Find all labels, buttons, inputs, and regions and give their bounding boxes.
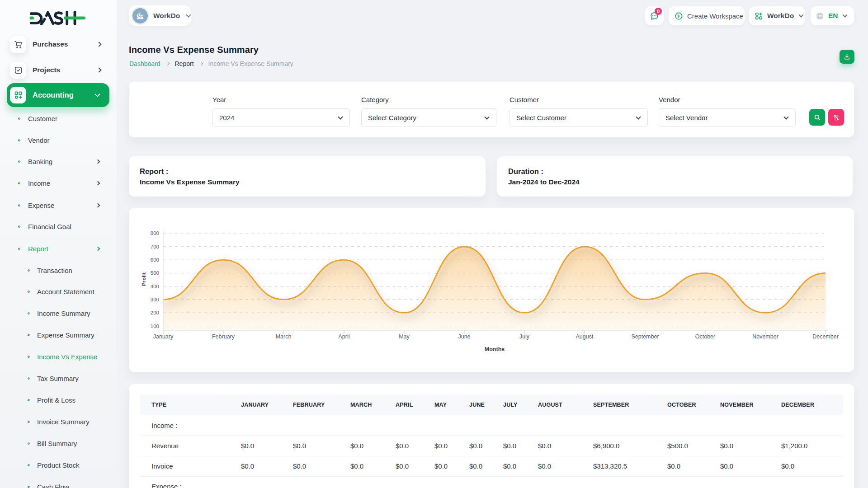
svg-text:August: August: [576, 333, 594, 340]
svg-text:800: 800: [151, 230, 159, 236]
svg-text:November: November: [752, 333, 778, 340]
svg-text:December: December: [812, 333, 839, 340]
svg-text:January: January: [153, 333, 174, 340]
svg-text:Profit: Profit: [141, 272, 146, 286]
svg-text:500: 500: [151, 270, 159, 276]
svg-text:200: 200: [151, 310, 159, 315]
svg-text:May: May: [399, 333, 410, 340]
svg-text:February: February: [212, 333, 235, 340]
svg-text:October: October: [695, 333, 715, 340]
svg-text:June: June: [458, 333, 470, 340]
svg-text:April: April: [338, 333, 349, 340]
svg-text:700: 700: [151, 244, 159, 249]
svg-text:300: 300: [151, 297, 159, 302]
svg-text:400: 400: [151, 284, 159, 289]
svg-text:July: July: [519, 333, 530, 340]
svg-text:100: 100: [151, 324, 159, 329]
svg-text:March: March: [276, 333, 292, 340]
svg-text:Months: Months: [485, 346, 505, 352]
svg-text:600: 600: [151, 257, 159, 263]
svg-text:September: September: [631, 333, 659, 340]
